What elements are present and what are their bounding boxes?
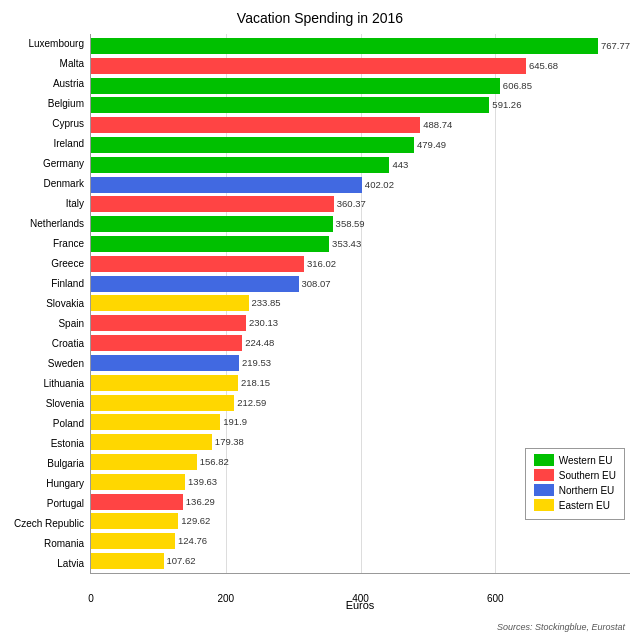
bar <box>91 295 249 311</box>
y-axis-label: Netherlands <box>10 215 90 234</box>
bar <box>91 216 333 232</box>
legend-label: Eastern EU <box>559 500 610 511</box>
bar-value-label: 129.62 <box>178 513 210 529</box>
bar-value-label: 219.53 <box>239 355 271 371</box>
bar-row: 767.77 <box>91 36 630 55</box>
y-axis-label: Greece <box>10 255 90 274</box>
y-axis-label: Ireland <box>10 135 90 154</box>
bar <box>91 553 164 569</box>
y-axis-label: Croatia <box>10 335 90 354</box>
bar-value-label: 591.26 <box>489 97 521 113</box>
bar-row: 479.49 <box>91 135 630 154</box>
bar-value-label: 479.49 <box>414 137 446 153</box>
legend-item: Western EU <box>534 454 616 466</box>
bar-row: 107.62 <box>91 552 630 571</box>
bar <box>91 335 242 351</box>
bar <box>91 315 246 331</box>
bar-row: 360.37 <box>91 195 630 214</box>
y-axis-label: Finland <box>10 275 90 294</box>
y-axis-label: Germany <box>10 155 90 174</box>
bar-value-label: 233.85 <box>249 295 281 311</box>
source-text: Sources: Stockingblue, Eurostat <box>497 622 625 632</box>
y-axis-label: Lithuania <box>10 375 90 394</box>
chart-title: Vacation Spending in 2016 <box>10 10 630 26</box>
bar <box>91 414 220 430</box>
y-axis-label: Denmark <box>10 175 90 194</box>
bar-row: 402.02 <box>91 175 630 194</box>
y-axis-label: Estonia <box>10 435 90 454</box>
bar-value-label: 212.59 <box>234 395 266 411</box>
bar <box>91 513 178 529</box>
bar-row: 591.26 <box>91 96 630 115</box>
bar-row: 353.43 <box>91 235 630 254</box>
bar-value-label: 358.59 <box>333 216 365 232</box>
y-axis-label: Malta <box>10 55 90 74</box>
bar-row: 233.85 <box>91 294 630 313</box>
bar <box>91 236 329 252</box>
legend-label: Northern EU <box>559 485 615 496</box>
y-axis-label: Sweden <box>10 355 90 374</box>
bar-value-label: 316.02 <box>304 256 336 272</box>
legend-item: Eastern EU <box>534 499 616 511</box>
bar-row: 308.07 <box>91 274 630 293</box>
bar-row: 224.48 <box>91 334 630 353</box>
bar-value-label: 224.48 <box>242 335 274 351</box>
y-axis-label: Austria <box>10 75 90 94</box>
bar-value-label: 230.13 <box>246 315 278 331</box>
legend: Western EUSouthern EUNorthern EUEastern … <box>525 448 625 520</box>
bar-value-label: 443 <box>389 157 408 173</box>
bar-row: 606.85 <box>91 76 630 95</box>
x-tick-label: 200 <box>217 593 234 604</box>
bar <box>91 58 526 74</box>
bar-row: 443 <box>91 155 630 174</box>
bar-value-label: 179.38 <box>212 434 244 450</box>
y-axis-label: Slovakia <box>10 295 90 314</box>
bar <box>91 494 183 510</box>
x-tick-label: 600 <box>487 593 504 604</box>
y-axis-label: Czech Republic <box>10 515 90 534</box>
legend-item: Southern EU <box>534 469 616 481</box>
bar-value-label: 136.29 <box>183 494 215 510</box>
y-axis-labels: LuxembourgMaltaAustriaBelgiumCyprusIrela… <box>10 34 90 574</box>
y-axis-label: Slovenia <box>10 395 90 414</box>
bar-row: 230.13 <box>91 314 630 333</box>
y-axis-label: Italy <box>10 195 90 214</box>
bar <box>91 38 598 54</box>
y-axis-label: Spain <box>10 315 90 334</box>
bar-value-label: 191.9 <box>220 414 247 430</box>
bar <box>91 117 420 133</box>
y-axis-label: Portugal <box>10 495 90 514</box>
bar-value-label: 353.43 <box>329 236 361 252</box>
bar-value-label: 402.02 <box>362 177 394 193</box>
bar-row: 358.59 <box>91 215 630 234</box>
y-axis-label: Bulgaria <box>10 455 90 474</box>
legend-label: Southern EU <box>559 470 616 481</box>
bar-value-label: 488.74 <box>420 117 452 133</box>
bar-value-label: 139.63 <box>185 474 217 490</box>
bar-row: 218.15 <box>91 373 630 392</box>
bar-row: 488.74 <box>91 116 630 135</box>
bar <box>91 434 212 450</box>
bar-row: 219.53 <box>91 353 630 372</box>
x-tick-label: 0 <box>88 593 94 604</box>
bar <box>91 454 197 470</box>
bar <box>91 256 304 272</box>
bar <box>91 137 414 153</box>
bar <box>91 474 185 490</box>
bar-row: 645.68 <box>91 56 630 75</box>
bar-value-label: 360.37 <box>334 196 366 212</box>
bar <box>91 355 239 371</box>
legend-color-box <box>534 499 554 511</box>
legend-color-box <box>534 484 554 496</box>
y-axis-label: Cyprus <box>10 115 90 134</box>
x-tick-label: 400 <box>352 593 369 604</box>
bar <box>91 97 489 113</box>
bar-value-label: 767.77 <box>598 38 630 54</box>
y-axis-label: Latvia <box>10 555 90 574</box>
bar <box>91 78 500 94</box>
bar-row: 316.02 <box>91 254 630 273</box>
bar <box>91 177 362 193</box>
bar-row: 124.76 <box>91 532 630 551</box>
bar <box>91 533 175 549</box>
y-axis-label: Poland <box>10 415 90 434</box>
